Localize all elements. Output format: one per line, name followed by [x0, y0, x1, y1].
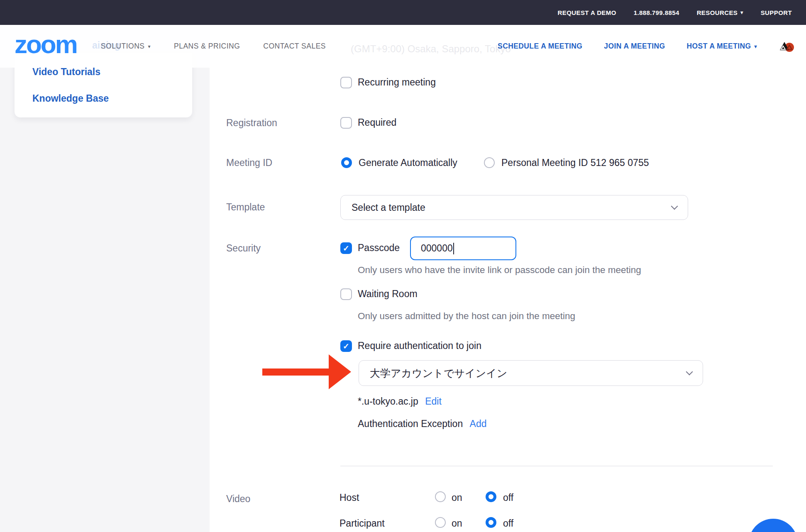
check-icon: ✓: [343, 244, 349, 253]
support-link[interactable]: SUPPORT: [761, 9, 792, 16]
video-host-on-radio[interactable]: [435, 491, 446, 502]
auth-domain-row: *.u-tokyo.ac.jp Edit: [358, 396, 442, 407]
nav-contact-sales[interactable]: CONTACT SALES: [263, 42, 326, 51]
section-divider: [340, 466, 773, 466]
passcode-help-text: Only users who have the invite link or p…: [358, 265, 641, 276]
waiting-room-checkbox[interactable]: [340, 288, 352, 300]
security-label: Security: [226, 243, 261, 254]
auth-exception-label: Authentication Exception: [358, 418, 463, 429]
video-host-off-label: off: [503, 492, 513, 503]
chevron-down-icon: ▾: [740, 10, 743, 15]
waiting-room-label: Waiting Room: [358, 288, 418, 300]
resources-menu[interactable]: RESOURCES▾: [697, 9, 743, 16]
template-select-value: Select a template: [341, 202, 425, 213]
profile-avatar[interactable]: [779, 38, 795, 55]
nav-host-meeting[interactable]: HOST A MEETING▾: [687, 42, 757, 51]
chevron-down-icon: ▾: [755, 44, 757, 49]
video-host-label: Host: [339, 492, 359, 503]
passcode-checkbox[interactable]: ✓: [340, 242, 352, 254]
utility-topbar: REQUEST A DEMO 1.888.799.8854 RESOURCES▾…: [0, 0, 806, 25]
red-annotation-arrow: [262, 354, 351, 389]
video-host-off-radio[interactable]: [486, 491, 496, 502]
template-label: Template: [226, 202, 265, 213]
waiting-room-help-text: Only users admitted by the host can join…: [358, 311, 575, 322]
nav-plans-pricing[interactable]: PLANS & PRICING: [174, 42, 240, 51]
text-caret: [453, 243, 454, 254]
nav-solutions[interactable]: SOLUTIONS▾: [101, 42, 151, 51]
avatar-image: [779, 38, 795, 55]
video-label: Video: [226, 493, 250, 505]
auth-domain-edit-link[interactable]: Edit: [425, 396, 442, 407]
recurring-meeting-label: Recurring meeting: [358, 77, 436, 88]
passcode-label: Passcode: [358, 242, 400, 254]
request-demo-link[interactable]: REQUEST A DEMO: [558, 9, 616, 16]
meeting-id-personal-label: Personal Meeting ID 512 965 0755: [501, 157, 649, 168]
meeting-nav: SCHEDULE A MEETING JOIN A MEETING HOST A…: [498, 38, 795, 55]
meeting-id-generate-label: Generate Automatically: [359, 157, 457, 168]
registration-required-label: Required: [358, 117, 396, 128]
check-icon: ✓: [343, 342, 349, 351]
auth-domain-value: *.u-tokyo.ac.jp: [358, 396, 418, 407]
video-participant-on-label: on: [452, 518, 462, 529]
passcode-value: 000000: [421, 243, 453, 254]
passcode-input[interactable]: 000000: [410, 237, 516, 260]
auth-method-select-value: 大学アカウントでサインイン: [359, 366, 507, 380]
auth-method-select[interactable]: 大学アカウントでサインイン: [359, 360, 703, 386]
primary-nav: SOLUTIONS▾ PLANS & PRICING CONTACT SALES: [101, 42, 326, 51]
chevron-down-icon: ▾: [148, 44, 151, 49]
meeting-id-generate-radio[interactable]: [341, 157, 352, 168]
nav-schedule-meeting[interactable]: SCHEDULE A MEETING: [498, 42, 582, 51]
require-auth-label: Require authentication to join: [358, 340, 481, 351]
chevron-down-icon: [686, 368, 693, 376]
arrow-shaft: [262, 368, 330, 376]
meeting-id-label: Meeting ID: [226, 157, 272, 168]
video-participant-on-radio[interactable]: [435, 517, 446, 528]
registration-required-checkbox[interactable]: [340, 117, 352, 129]
video-host-on-label: on: [452, 492, 462, 503]
phone-number-link[interactable]: 1.888.799.8854: [634, 9, 679, 16]
require-auth-checkbox[interactable]: ✓: [340, 340, 352, 352]
main-header: zoom SOLUTIONS▾ PLANS & PRICING CONTACT …: [0, 25, 806, 68]
schedule-meeting-form: Recurring meeting Registration Required …: [0, 0, 806, 532]
nav-join-meeting[interactable]: JOIN A MEETING: [604, 42, 665, 51]
meeting-id-personal-radio[interactable]: [484, 157, 495, 168]
video-participant-label: Participant: [339, 518, 385, 529]
video-participant-off-label: off: [503, 518, 513, 529]
arrow-head: [329, 354, 351, 389]
recurring-meeting-checkbox[interactable]: [340, 77, 352, 88]
auth-exception-row: Authentication Exception Add: [358, 418, 487, 430]
registration-label: Registration: [226, 117, 277, 129]
video-participant-off-radio[interactable]: [486, 517, 496, 528]
chevron-down-icon: [671, 203, 678, 210]
template-select[interactable]: Select a template: [340, 195, 688, 220]
auth-exception-add-link[interactable]: Add: [470, 418, 487, 429]
zoom-logo[interactable]: zoom: [15, 32, 77, 61]
